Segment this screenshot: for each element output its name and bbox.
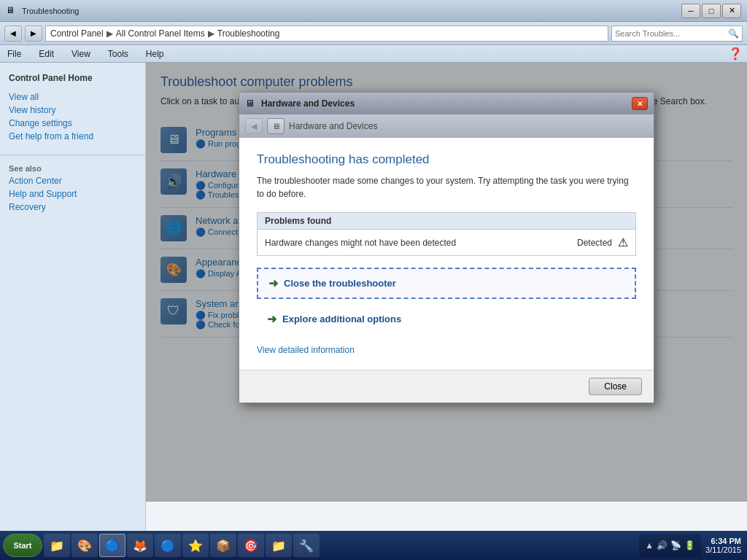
sep2: ▶ — [208, 28, 214, 39]
close-troubleshooter-label: Close the troubleshooter — [284, 278, 396, 289]
sidebar-change-settings[interactable]: Change settings — [0, 117, 145, 130]
menu-help[interactable]: Help — [143, 47, 167, 61]
tray-arrow[interactable]: ▲ — [645, 540, 654, 551]
clock-time: 6:34 PM — [705, 537, 741, 545]
modal-nav-title: Hardware and Devices — [289, 121, 377, 131]
modal-window: 🖥 Hardware and Devices ✕ ◀ 🖥 Hardware an… — [239, 92, 654, 403]
menu-edit[interactable]: Edit — [36, 47, 57, 61]
modal-overlay: 🖥 Hardware and Devices ✕ ◀ 🖥 Hardware an… — [146, 63, 747, 502]
modal-title-icon: 🖥 — [245, 98, 257, 109]
modal-content: Troubleshooting has completed The troubl… — [239, 138, 654, 370]
sidebar-see-also-section: See also Action Center Help and Support … — [0, 161, 145, 214]
close-window-button[interactable]: ✕ — [722, 4, 741, 18]
taskbar-chrome[interactable]: 🔵 — [155, 534, 181, 557]
window-controls: ─ □ ✕ — [681, 4, 741, 18]
forward-button[interactable]: ▶ — [25, 26, 42, 42]
problem-description: Hardware changes might not have been det… — [265, 238, 577, 248]
back-button[interactable]: ◀ — [4, 26, 22, 42]
taskbar-folder2[interactable]: 📁 — [266, 534, 292, 557]
sidebar-help-support[interactable]: Help and Support — [0, 187, 145, 201]
see-also-label: See also — [0, 161, 145, 174]
start-button[interactable]: Start — [3, 534, 42, 557]
sidebar: Control Panel Home View all View history… — [0, 63, 146, 531]
modal-footer: Close — [239, 370, 654, 402]
breadcrumb[interactable]: Control Panel ▶ All Control Panel Items … — [45, 26, 608, 42]
sidebar-section-main: Control Panel Home View all View history… — [0, 71, 145, 143]
tray-network[interactable]: 📡 — [670, 540, 681, 551]
sidebar-recovery[interactable]: Recovery — [0, 201, 145, 214]
modal-actions: ➜ Close the troubleshooter ➜ Explore add… — [257, 256, 636, 345]
search-bar: 🔍 — [611, 26, 743, 42]
clock-date: 3/11/2015 — [705, 545, 741, 554]
sidebar-view-all[interactable]: View all — [0, 90, 145, 104]
modal-titlebar: 🖥 Hardware and Devices ✕ — [239, 93, 654, 114]
system-tray: ▲ 🔊 📡 🔋 — [639, 534, 701, 557]
taskbar-paint[interactable]: 🎨 — [71, 534, 98, 557]
action-arrow-2: ➜ — [267, 312, 276, 326]
menu-file[interactable]: File — [4, 47, 24, 61]
help-icon[interactable]: ❓ — [728, 47, 743, 61]
tray-volume[interactable]: 🔊 — [657, 540, 667, 551]
maximize-button[interactable]: □ — [702, 4, 721, 18]
sidebar-action-center[interactable]: Action Center — [0, 174, 145, 187]
breadcrumb-current: Troubleshooting — [217, 28, 280, 39]
view-detailed-link[interactable]: View detailed information — [257, 345, 355, 355]
sep1: ▶ — [107, 28, 113, 39]
modal-status-desc: The troubleshooter made some changes to … — [257, 174, 636, 201]
menu-bar: File Edit View Tools Help ❓ — [0, 45, 747, 63]
address-bar: ◀ ▶ Control Panel ▶ All Control Panel It… — [0, 22, 747, 45]
taskbar-tools[interactable]: 🔧 — [293, 534, 320, 557]
tray-battery[interactable]: 🔋 — [684, 540, 695, 551]
problem-status: Detected — [577, 238, 612, 248]
modal-x-button[interactable]: ✕ — [632, 97, 648, 110]
sidebar-view-history[interactable]: View history — [0, 104, 145, 117]
window-title: Troubleshooting — [22, 7, 681, 15]
search-input[interactable] — [615, 29, 728, 38]
modal-close-button[interactable]: Close — [589, 378, 642, 395]
search-button[interactable]: 🔍 — [728, 28, 739, 39]
menu-tools[interactable]: Tools — [105, 47, 131, 61]
main-layout: Control Panel Home View all View history… — [0, 63, 747, 531]
breadcrumb-items[interactable]: All Control Panel Items — [116, 28, 205, 39]
sidebar-divider — [0, 155, 145, 155]
problem-warning-icon: ⚠ — [618, 236, 628, 249]
sidebar-control-panel-home[interactable]: Control Panel Home — [0, 71, 145, 85]
clock[interactable]: 6:34 PM 3/11/2015 — [703, 537, 744, 554]
modal-status-title: Troubleshooting has completed — [257, 152, 636, 167]
taskbar-firefox[interactable]: 🦊 — [127, 534, 153, 557]
sidebar-get-help[interactable]: Get help from a friend — [0, 130, 145, 143]
minimize-button[interactable]: ─ — [681, 4, 700, 18]
problems-section: Problems found Hardware changes might no… — [257, 212, 636, 256]
breadcrumb-cp[interactable]: Control Panel — [50, 28, 104, 39]
taskbar-explorer[interactable]: 📁 — [44, 534, 70, 557]
taskbar-star[interactable]: ⭐ — [182, 534, 209, 557]
taskbar-media[interactable]: 📦 — [210, 534, 236, 557]
modal-back-button[interactable]: ◀ — [245, 118, 263, 134]
explore-options-label: Explore additional options — [282, 314, 401, 324]
modal-nav-bar: ◀ 🖥 Hardware and Devices — [239, 114, 654, 138]
taskbar: Start 📁 🎨 🔵 🦊 🔵 ⭐ 📦 🎯 📁 🔧 ▲ 🔊 📡 🔋 6:34 P… — [0, 531, 747, 560]
content-area: Troubleshoot computer problems Click on … — [146, 63, 747, 531]
menu-view[interactable]: View — [69, 47, 93, 61]
window-icon: 🖥 — [6, 5, 18, 17]
modal-nav-icon: 🖥 — [267, 118, 285, 134]
modal-title-text: Hardware and Devices — [261, 98, 627, 109]
problems-header: Problems found — [258, 213, 635, 230]
taskbar-ie[interactable]: 🔵 — [99, 534, 125, 557]
close-troubleshooter-button[interactable]: ➜ Close the troubleshooter — [257, 268, 636, 299]
title-bar: 🖥 Troubleshooting ─ □ ✕ — [0, 0, 747, 22]
taskbar-games[interactable]: 🎯 — [238, 534, 264, 557]
explore-options-button[interactable]: ➜ Explore additional options — [257, 305, 636, 333]
problem-row-1: Hardware changes might not have been det… — [258, 230, 635, 255]
action-arrow-1: ➜ — [268, 276, 278, 290]
